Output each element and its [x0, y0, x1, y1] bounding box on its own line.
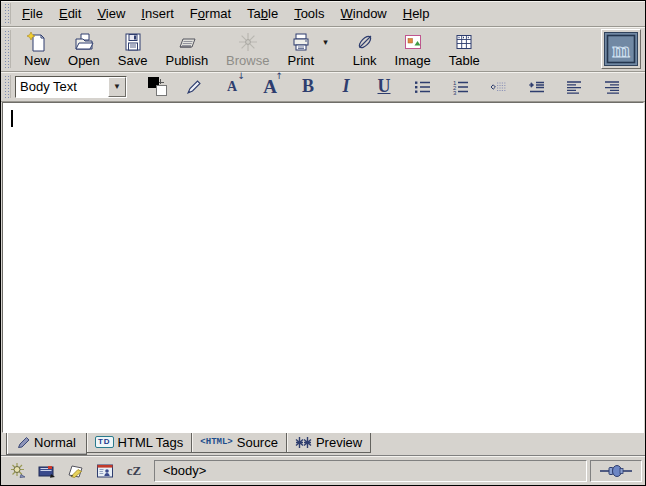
button-label: Publish	[165, 53, 208, 68]
menubar: File Edit View Insert Format Table Tools…	[1, 1, 645, 27]
open-button[interactable]: Open	[59, 29, 109, 70]
new-page-icon	[26, 31, 48, 53]
mail-icon	[37, 463, 57, 479]
menu-tools[interactable]: Tools	[287, 4, 331, 23]
menu-label-part: ile	[30, 6, 43, 21]
menu-label-mnemonic: W	[341, 6, 353, 21]
italic-label: I	[342, 76, 349, 97]
new-button[interactable]: New	[15, 29, 59, 70]
numbered-list-button[interactable]: 1 2 3	[448, 75, 472, 99]
save-floppy-icon	[122, 31, 144, 53]
address-book-button[interactable]	[94, 461, 116, 481]
tab-source[interactable]: <HTML> Source	[191, 433, 287, 453]
image-icon	[402, 31, 424, 53]
toolbar-grippy[interactable]	[4, 30, 11, 68]
table-icon	[453, 31, 475, 53]
menu-format[interactable]: Format	[183, 4, 238, 23]
format-toolbar: Body Text ▼ A ↓ A ↑ B I U	[1, 72, 645, 102]
arrow-down-icon: ↓	[237, 71, 245, 81]
mail-button[interactable]	[36, 461, 58, 481]
align-left-button[interactable]	[562, 75, 586, 99]
numbered-list-icon: 1 2 3	[450, 78, 470, 96]
bold-button[interactable]: B	[296, 75, 320, 99]
bulleted-list-icon	[412, 78, 432, 96]
indent-button[interactable]	[524, 75, 548, 99]
italic-button[interactable]: I	[334, 75, 358, 99]
chatzilla-icon: cZ	[127, 463, 141, 479]
tab-normal[interactable]: Normal	[6, 433, 87, 455]
print-dropdown-arrow-icon[interactable]: ▾	[323, 37, 330, 61]
underline-label: U	[378, 76, 391, 97]
menu-table[interactable]: Table	[240, 4, 285, 23]
chevron-down-icon[interactable]: ▼	[108, 77, 126, 97]
button-label: New	[24, 53, 50, 68]
chatzilla-button[interactable]: cZ	[123, 461, 145, 481]
menu-label-part: iew	[106, 6, 126, 21]
tab-html-tags[interactable]: TD HTML Tags	[86, 433, 192, 453]
increase-font-size-button[interactable]: A ↑	[258, 75, 282, 99]
composer-window: File Edit View Insert Format Table Tools…	[0, 0, 646, 486]
toolbar-grippy[interactable]	[4, 75, 11, 98]
decrease-font-label: A	[227, 79, 237, 95]
online-status-panel	[590, 460, 642, 482]
menu-help[interactable]: Help	[396, 4, 437, 23]
underline-button[interactable]: U	[372, 75, 396, 99]
statusbar: cZ <body>	[1, 455, 645, 485]
mozilla-logo-button[interactable]: m	[601, 29, 641, 69]
indent-icon	[526, 78, 546, 96]
publish-icon	[176, 31, 198, 53]
svg-text:m: m	[612, 38, 630, 62]
align-right-button[interactable]	[600, 75, 624, 99]
align-right-icon	[602, 78, 622, 96]
background-color-swatch[interactable]	[156, 85, 167, 96]
link-button[interactable]: Link	[344, 29, 386, 70]
online-plug-icon[interactable]	[599, 464, 633, 478]
menu-edit[interactable]: Edit	[52, 4, 88, 23]
tab-label: Normal	[34, 435, 76, 450]
tab-label: Source	[237, 435, 278, 450]
text-caret	[11, 110, 13, 127]
menu-label-mnemonic: H	[403, 6, 412, 21]
preview-icon	[295, 436, 312, 449]
menu-label-part: nsert	[145, 6, 174, 21]
menu-label-part: F	[190, 6, 198, 21]
decrease-font-size-button[interactable]: A ↓	[220, 75, 244, 99]
publish-button[interactable]: Publish	[156, 29, 217, 70]
table-button[interactable]: Table	[440, 29, 489, 70]
browse-button: Browse	[217, 29, 278, 70]
composer-icon	[66, 463, 86, 479]
outdent-icon	[488, 78, 508, 96]
arrow-up-icon: ↑	[275, 71, 283, 81]
editor-canvas[interactable]	[2, 102, 644, 433]
bulleted-list-button[interactable]	[410, 75, 434, 99]
menu-window[interactable]: Window	[334, 4, 394, 23]
menu-view[interactable]: View	[90, 4, 132, 23]
navigator-button[interactable]	[7, 461, 29, 481]
image-button[interactable]: Image	[386, 29, 440, 70]
tab-label: Preview	[316, 435, 362, 450]
address-book-icon	[95, 463, 115, 479]
button-label: Open	[68, 53, 100, 68]
paragraph-format-select[interactable]: Body Text ▼	[15, 76, 127, 98]
text-color-picker[interactable]	[147, 76, 169, 98]
print-button[interactable]: Print	[278, 29, 323, 70]
tab-preview[interactable]: Preview	[286, 433, 371, 453]
pen-icon	[17, 436, 30, 449]
bold-label: B	[302, 76, 314, 97]
outdent-button[interactable]	[486, 75, 510, 99]
menu-insert[interactable]: Insert	[134, 4, 181, 23]
menu-label-part: le	[268, 6, 278, 21]
navigator-icon	[8, 462, 28, 479]
td-tag-icon: TD	[95, 436, 114, 448]
menu-file[interactable]: File	[15, 4, 50, 23]
button-label: Table	[449, 53, 480, 68]
menu-label-part: indow	[353, 6, 387, 21]
highlight-color-button[interactable]	[182, 75, 206, 99]
menu-label-mnemonic: b	[261, 6, 268, 21]
save-button[interactable]: Save	[109, 29, 157, 70]
node-path-body[interactable]: <body>	[163, 463, 206, 478]
composer-button[interactable]	[65, 461, 87, 481]
menu-label-mnemonic: F	[22, 6, 30, 21]
html-source-icon: <HTML>	[200, 437, 232, 447]
toolbar-grippy[interactable]	[4, 3, 11, 24]
